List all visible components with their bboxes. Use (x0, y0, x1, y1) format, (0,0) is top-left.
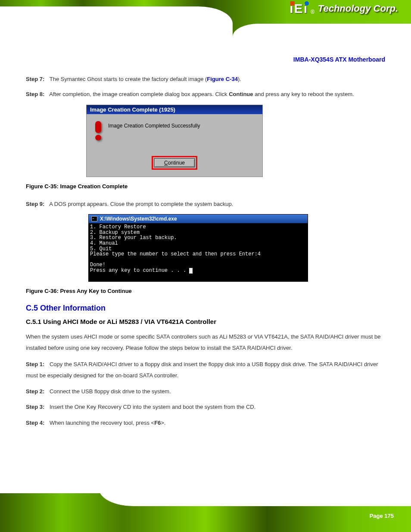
cursor-icon (189, 268, 193, 274)
dialog-body: Image Creation Completed Successfully Co… (87, 114, 262, 177)
section-heading: C.5 Other Information (26, 304, 385, 313)
section-number: C.5 (26, 304, 40, 312)
figure-c34-link[interactable]: Figure C-34 (207, 76, 238, 82)
exclamation-icon (95, 121, 101, 140)
ahci-paragraph: When the system uses AHCI mode or some s… (26, 331, 385, 354)
driver-step-2: Step 2: Connect the USB floppy disk driv… (26, 386, 385, 396)
driver-step-3-text: Insert the One Key Recovery CD into the … (50, 404, 255, 410)
cmd-line-8: Press any key to continue . . . (90, 268, 189, 274)
driver-step-1-text: Copy the SATA RAID/AHCI driver to a flop… (26, 361, 378, 379)
driver-step-4-text-2: >. (161, 420, 165, 426)
iei-logo-icon: i E i (290, 2, 307, 15)
step-9-prefix: Step 9: (26, 201, 44, 207)
cmd-body: 1. Factory Restore 2. Backup system 3. R… (89, 223, 308, 281)
step-9-text: A DOS prompt appears. Close the prompt t… (49, 201, 233, 207)
step-8-prefix: Step 8: (26, 91, 44, 97)
cmd-line-5: Please type the number to select and the… (90, 251, 261, 257)
step-8: Step 8: After completion, the image crea… (26, 89, 385, 99)
step-8-text-2: and press any key to reboot the system. (253, 91, 354, 97)
cmd-titlebar: X:\Windows\System32\cmd.exe (89, 215, 308, 223)
header-curve (0, 6, 233, 56)
subsection-heading: C.5.1 Using AHCI Mode or ALi M5283 / VIA… (26, 318, 385, 325)
figure-c36-caption: Figure C-36: Press Any Key to Continue (26, 288, 385, 294)
footer-curve-2 (265, 489, 411, 506)
step-8-text-1: After completion, the image creation com… (49, 91, 227, 97)
dialog-titlebar: Image Creation Complete (1925) (87, 105, 262, 114)
step-7-prefix: Step 7: (26, 76, 44, 82)
continue-button-highlight: Continue (152, 156, 197, 170)
subsection-title: Using AHCI Mode or ALi M5283 / VIA VT642… (43, 318, 216, 325)
driver-step-3-prefix: Step 3: (26, 404, 44, 410)
driver-step-4-prefix: Step 4: (26, 420, 44, 426)
trademark: ® (311, 9, 314, 15)
driver-step-1: Step 1: Copy the SATA RAID/AHCI driver t… (26, 359, 385, 381)
step-7-text-1: The Symantec Ghost starts to create the … (50, 76, 207, 82)
image-creation-dialog: Image Creation Complete (1925) Image Cre… (86, 105, 263, 177)
header-curve-2 (233, 24, 411, 54)
step-9-hidden: Step 0: (235, 201, 252, 207)
dialog-message: Image Creation Completed Successfully (108, 121, 200, 129)
step-8-continue-word: Continue (229, 91, 253, 97)
step-9: Step 9: A DOS prompt appears. Close the … (26, 199, 385, 209)
section-title: Other Information (40, 304, 106, 312)
driver-step-2-text: Connect the USB floppy disk drive to the… (50, 388, 171, 395)
product-title: IMBA-XQ354S ATX Motherboard (26, 56, 385, 63)
driver-step-2-prefix: Step 2: (26, 388, 44, 395)
cmd-icon (91, 216, 97, 221)
brand-logo: i E i ® Technology Corp. (290, 2, 398, 15)
driver-step-1-prefix: Step 1: (26, 361, 44, 367)
continue-button[interactable]: Continue (154, 158, 195, 168)
figure-c35-caption: Figure C-35: Image Creation Complete (26, 183, 385, 190)
step-7-text-2: ). (238, 76, 241, 82)
page-number: Page 175 (370, 513, 394, 519)
cmd-title-text: X:\Windows\System32\cmd.exe (100, 216, 177, 222)
driver-step-4: Step 4: When launching the recovery tool… (26, 418, 385, 428)
subsection-number: C.5.1 (26, 318, 43, 325)
step-7: Step 7: The Symantec Ghost starts to cre… (26, 74, 385, 84)
driver-step-3: Step 3: Insert the One Key Recovery CD i… (26, 401, 385, 413)
brand-text: Technology Corp. (318, 3, 398, 14)
f6-key: F6 (154, 420, 161, 426)
driver-step-4-text-1: When launching the recovery tool, press … (50, 420, 154, 426)
document-content: IMBA-XQ354S ATX Motherboard Step 7: The … (26, 56, 385, 433)
cmd-window: X:\Windows\System32\cmd.exe 1. Factory R… (88, 214, 308, 282)
